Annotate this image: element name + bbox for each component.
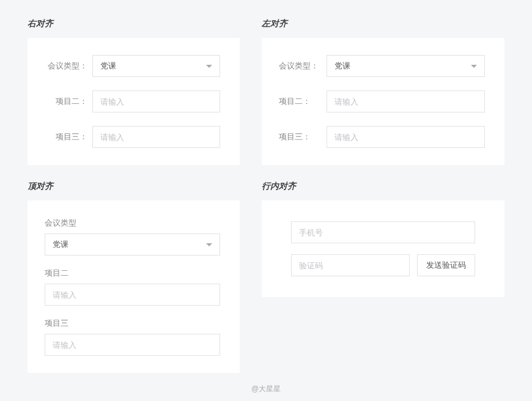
form-card: 发送验证码: [262, 200, 504, 297]
item3-label: 项目三: [45, 318, 220, 329]
meeting-type-label: 会议类型：: [279, 61, 327, 72]
item2-input[interactable]: [92, 90, 220, 112]
item2-label: 项目二: [45, 268, 220, 279]
form-row-item3: 项目三：: [279, 126, 485, 148]
item3-input[interactable]: [92, 126, 220, 148]
form-card: 会议类型： 党课 项目二： 项目三：: [28, 38, 240, 165]
code-input[interactable]: [291, 254, 410, 276]
form-row-item3: 项目三: [45, 318, 220, 356]
item3-input[interactable]: [327, 126, 485, 148]
section-left-align: 左对齐 会议类型： 党课 项目二： 项目三：: [262, 18, 504, 165]
item3-input[interactable]: [45, 334, 220, 356]
form-row-item2: 项目二: [45, 268, 220, 306]
section-inline-align: 行内对齐 发送验证码: [262, 181, 504, 373]
meeting-type-label: 会议类型：: [45, 61, 92, 72]
phone-input[interactable]: [291, 221, 475, 243]
item3-label: 项目三：: [279, 131, 327, 142]
meeting-type-select[interactable]: 党课: [92, 55, 220, 77]
chevron-down-icon: [471, 65, 477, 68]
section-title: 左对齐: [262, 18, 504, 29]
form-row-item3: 项目三：: [45, 126, 220, 148]
section-title: 行内对齐: [262, 181, 504, 192]
select-value: 党课: [334, 61, 350, 72]
form-row-meeting-type: 会议类型 党课: [45, 218, 220, 256]
chevron-down-icon: [206, 243, 212, 246]
form-card: 会议类型： 党课 项目二： 项目三：: [262, 38, 504, 165]
item3-label: 项目三：: [45, 131, 92, 142]
form-row-item2: 项目二：: [45, 90, 220, 112]
form-row-meeting-type: 会议类型： 党课: [279, 55, 485, 77]
item2-input[interactable]: [45, 284, 220, 306]
form-card: 会议类型 党课 项目二 项目三: [28, 200, 240, 373]
meeting-type-select[interactable]: 党课: [45, 234, 220, 256]
form-row-code: 发送验证码: [291, 254, 475, 276]
item2-input[interactable]: [327, 90, 485, 112]
item2-label: 项目二：: [279, 96, 327, 107]
section-right-align: 右对齐 会议类型： 党课 项目二： 项目三：: [28, 18, 240, 165]
select-value: 党课: [100, 61, 116, 72]
section-title: 右对齐: [28, 18, 240, 29]
form-row-phone: [291, 221, 475, 243]
section-top-align: 顶对齐 会议类型 党课 项目二 项目三: [28, 181, 240, 373]
item2-label: 项目二：: [45, 96, 92, 107]
meeting-type-select[interactable]: 党课: [327, 55, 485, 77]
chevron-down-icon: [206, 65, 212, 68]
send-code-button[interactable]: 发送验证码: [417, 254, 475, 276]
footer-credit: @大星星: [28, 384, 504, 394]
select-value: 党课: [53, 239, 68, 250]
form-row-item2: 项目二：: [279, 90, 485, 112]
form-row-meeting-type: 会议类型： 党课: [45, 55, 220, 77]
section-title: 顶对齐: [28, 181, 240, 192]
meeting-type-label: 会议类型: [45, 218, 220, 229]
